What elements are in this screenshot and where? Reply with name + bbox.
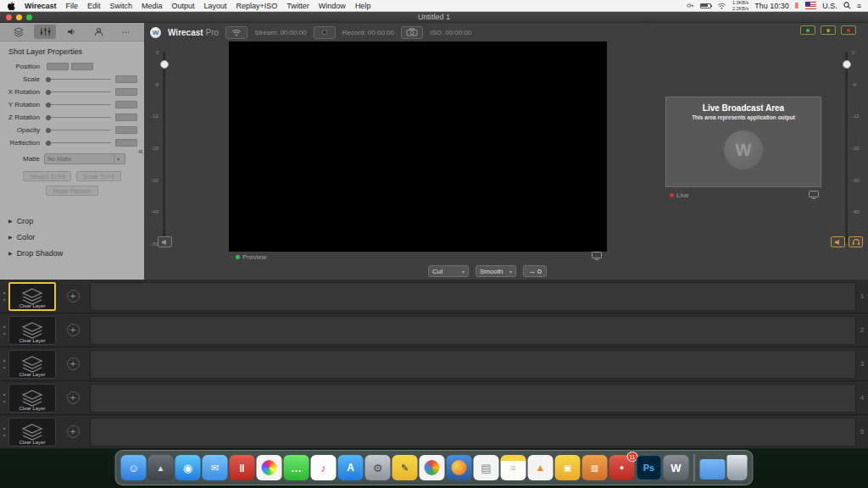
stretch-to-fit-button[interactable]: Stretch To Fit [23,171,71,181]
shot-clear-layer[interactable]: Clear Layer [8,384,56,413]
menu-help[interactable]: Help [355,2,371,10]
volume-slider-track[interactable] [845,52,848,243]
books-icon[interactable]: ▥ [582,455,608,480]
live-monitor-icon[interactable] [809,191,819,199]
key-icon[interactable] [687,2,694,9]
reflection-field[interactable] [115,139,137,147]
section-crop[interactable]: ▶ Crop [0,213,144,229]
iso-record-button[interactable] [401,26,423,39]
shot-clear-layer[interactable]: Clear Layer [8,350,56,379]
transition-smooth-dropdown[interactable]: Smooth ▾ [476,265,516,277]
shot-track[interactable] [90,316,856,345]
preview-monitor-icon[interactable] [592,252,602,260]
live-speaker-button[interactable] [831,236,845,247]
headphones-button[interactable] [849,236,863,247]
reset-position-button[interactable]: Reset Position [46,186,97,196]
launchpad-icon[interactable]: ▲ [148,455,174,480]
dictionary-icon[interactable]: ▤ [474,455,499,480]
menu-file[interactable]: File [65,2,78,10]
scale-field[interactable] [115,75,137,83]
layer-reorder-arrows[interactable]: ▲▼ [0,391,8,404]
menu-replay-iso[interactable]: Replay+ISO [236,2,278,10]
trash-icon[interactable] [727,455,748,480]
us-flag-icon[interactable] [805,2,816,9]
shot-clear-layer[interactable]: Clear Layer [8,282,56,311]
layer-reorder-arrows[interactable]: ▲▼ [0,425,8,438]
wifi-icon[interactable] [717,3,726,9]
tab-layer-properties[interactable] [34,25,56,39]
preview-only-toggle[interactable] [800,25,815,35]
scale-slider[interactable] [46,75,111,83]
layer-reorder-arrows[interactable]: ▲▼ [0,290,8,302]
messages-icon[interactable]: … [284,455,309,480]
photoshop-icon[interactable]: Ps [637,455,662,480]
system-preferences-icon[interactable]: ⚙ [365,455,391,480]
firefox-icon[interactable] [447,455,472,480]
chrome-icon[interactable] [420,455,445,480]
record-button[interactable] [314,26,336,39]
position-x-field[interactable] [47,63,69,70]
scale-to-fit-button[interactable]: Scale To Fit [76,171,120,181]
tab-audio[interactable] [61,25,83,39]
reflection-slider[interactable] [46,139,111,147]
add-shot-button[interactable]: + [67,425,80,438]
photos-icon[interactable] [257,455,282,480]
section-color[interactable]: ▶ Color [0,229,144,245]
notification-center-icon[interactable]: ≡ [857,2,861,10]
downloads-folder-icon[interactable] [700,459,726,480]
opacity-slider[interactable] [46,126,111,134]
wirecast-dock-icon[interactable]: W [664,455,689,480]
position-y-field[interactable] [71,63,93,70]
collapse-panel-button[interactable]: « [138,147,143,156]
section-drop-shadow[interactable]: ▶ Drop Shadow [0,245,144,261]
menu-clock[interactable]: Thu 10:30 [754,2,789,10]
menu-media[interactable]: Media [142,2,163,10]
menu-output[interactable]: Output [172,2,195,10]
notes-icon[interactable]: ≡ [501,455,526,480]
shot-track[interactable] [90,418,856,446]
menu-window[interactable]: Window [319,2,346,10]
add-shot-button[interactable]: + [67,290,80,302]
apple-menu-icon[interactable] [7,1,15,11]
y-rotation-slider[interactable] [46,101,111,108]
transmit-icon[interactable]: ▣ [555,455,581,480]
add-shot-button[interactable]: + [67,324,80,336]
x-rotation-slider[interactable] [46,88,111,96]
go-transition-button[interactable]: → [523,265,547,277]
mail-icon[interactable]: ✉ [203,455,228,480]
volume-slider-knob[interactable] [160,60,169,69]
preview-mute-button[interactable] [158,236,172,247]
layer-reorder-arrows[interactable]: ▲▼ [0,324,8,336]
app-store-icon[interactable]: A [338,455,364,480]
spotlight-search-icon[interactable] [843,2,851,9]
matte-dropdown[interactable]: No Matte ▾ [44,153,125,164]
network-speed-widget[interactable]: 1.3KB/s 2.2KB/s [732,0,748,11]
istat-menu-icon[interactable]: ‖ [795,2,799,10]
safari-icon[interactable]: ◉ [175,455,201,480]
shot-track[interactable] [90,282,856,311]
shot-track[interactable] [90,350,856,379]
tab-guest[interactable] [88,25,110,39]
transition-cut-dropdown[interactable]: Cut ▾ [428,265,469,277]
menu-twitter[interactable]: Twitter [287,2,309,10]
menu-edit[interactable]: Edit [87,2,101,10]
z-rotation-slider[interactable] [46,114,111,121]
split-view-toggle[interactable] [821,25,836,35]
editor-app-icon[interactable]: ✎ [392,455,418,480]
menu-switch[interactable]: Switch [109,2,132,10]
live-only-toggle[interactable] [841,25,856,35]
add-shot-button[interactable]: + [67,358,80,370]
menu-layout[interactable]: Layout [204,2,227,10]
volume-slider-track[interactable] [163,52,165,243]
battery-icon[interactable] [700,3,711,8]
y-rotation-field[interactable] [115,101,137,108]
add-shot-button[interactable]: + [67,391,80,404]
shot-clear-layer[interactable]: Clear Layer [8,316,56,345]
volume-slider-knob[interactable] [843,60,851,69]
shot-clear-layer[interactable]: Clear Layer [8,418,56,446]
finder-icon[interactable]: ☺ [121,455,147,480]
stream-button[interactable] [225,26,248,39]
layer-reorder-arrows[interactable]: ▲▼ [0,358,8,370]
x-rotation-field[interactable] [115,88,137,96]
tab-layers[interactable] [8,25,30,39]
